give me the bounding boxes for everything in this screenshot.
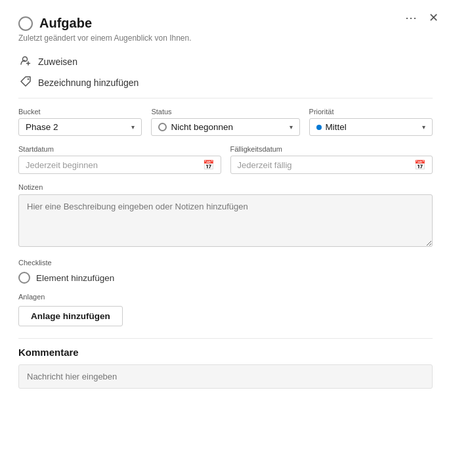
label-icon [18, 76, 33, 90]
checklist-add-circle-icon [18, 272, 30, 284]
task-panel: ⋯ ✕ Aufgabe Zuletzt geändert vor einem A… [0, 0, 451, 476]
comments-section: Kommentare [18, 347, 433, 389]
fields-section: Bucket Phase 2 ▾ Status Nicht begonnen ▾ [18, 108, 433, 389]
startdate-group: Startdatum Jederzeit beginnen 📅 [18, 145, 221, 174]
label-row[interactable]: Bezeichnung hinzufügen [18, 76, 433, 90]
status-label: Status [151, 108, 299, 116]
task-complete-checkbox[interactable] [18, 16, 33, 31]
task-title: Aufgabe [39, 16, 92, 31]
status-chevron-icon: ▾ [290, 123, 293, 131]
status-dropdown[interactable]: Nicht begonnen ▾ [151, 118, 299, 136]
duedate-placeholder: Jederzeit fällig [238, 160, 415, 170]
priority-label: Priorität [309, 108, 433, 116]
assign-icon [18, 54, 33, 69]
attach-button[interactable]: Anlage hinzufügen [18, 306, 123, 326]
more-options-button[interactable]: ⋯ [402, 9, 420, 26]
notes-label: Notizen [18, 183, 433, 191]
divider-2 [18, 338, 433, 339]
svg-point-3 [28, 78, 29, 79]
title-section: Aufgabe [18, 16, 433, 31]
bucket-group: Bucket Phase 2 ▾ [18, 108, 142, 136]
bucket-value: Phase 2 [26, 122, 58, 132]
assign-label: Zuweisen [38, 56, 77, 67]
top-bar: ⋯ ✕ [402, 9, 442, 26]
checklist-label: Checkliste [18, 259, 433, 267]
priority-dropdown[interactable]: Mittel ▾ [309, 118, 433, 136]
status-value: Nicht begonnen [171, 122, 233, 132]
priority-value: Mittel [326, 122, 347, 132]
startdate-label: Startdatum [18, 145, 221, 153]
checklist-add-row[interactable]: Element hinzufügen [18, 272, 433, 284]
duedate-calendar-icon: 📅 [414, 160, 425, 170]
attachments-label: Anlagen [18, 293, 433, 301]
startdate-calendar-icon: 📅 [203, 160, 214, 170]
bucket-chevron-icon: ▾ [131, 123, 135, 131]
checklist-section: Checkliste Element hinzufügen [18, 259, 433, 284]
date-fields-row: Startdatum Jederzeit beginnen 📅 Fälligke… [18, 145, 433, 174]
startdate-input[interactable]: Jederzeit beginnen 📅 [18, 156, 221, 174]
notes-section: Notizen [18, 183, 433, 249]
bucket-dropdown[interactable]: Phase 2 ▾ [18, 118, 142, 136]
priority-group: Priorität Mittel ▾ [309, 108, 433, 136]
divider-1 [18, 98, 433, 98]
duedate-input[interactable]: Jederzeit fällig 📅 [230, 156, 433, 174]
notes-textarea[interactable] [18, 194, 433, 247]
fields-row-main: Bucket Phase 2 ▾ Status Nicht begonnen ▾ [18, 108, 433, 136]
comments-title: Kommentare [18, 347, 433, 358]
priority-chevron-icon: ▾ [422, 123, 425, 131]
close-button[interactable]: ✕ [425, 9, 442, 26]
status-group: Status Nicht begonnen ▾ [151, 108, 299, 136]
assign-row[interactable]: Zuweisen [18, 54, 433, 69]
task-subtitle: Zuletzt geändert vor einem Augenblick vo… [18, 33, 433, 43]
duedate-group: Fälligkeitsdatum Jederzeit fällig 📅 [230, 145, 433, 174]
duedate-label: Fälligkeitsdatum [230, 145, 433, 153]
startdate-placeholder: Jederzeit beginnen [26, 160, 203, 170]
status-circle-icon [158, 123, 167, 131]
attachments-section: Anlagen Anlage hinzufügen [18, 293, 433, 326]
bucket-label: Bucket [18, 108, 142, 116]
priority-dot-icon [316, 125, 322, 130]
label-label: Bezeichnung hinzufügen [38, 77, 139, 88]
checklist-add-label: Element hinzufügen [36, 273, 114, 283]
comment-input[interactable] [18, 364, 433, 389]
